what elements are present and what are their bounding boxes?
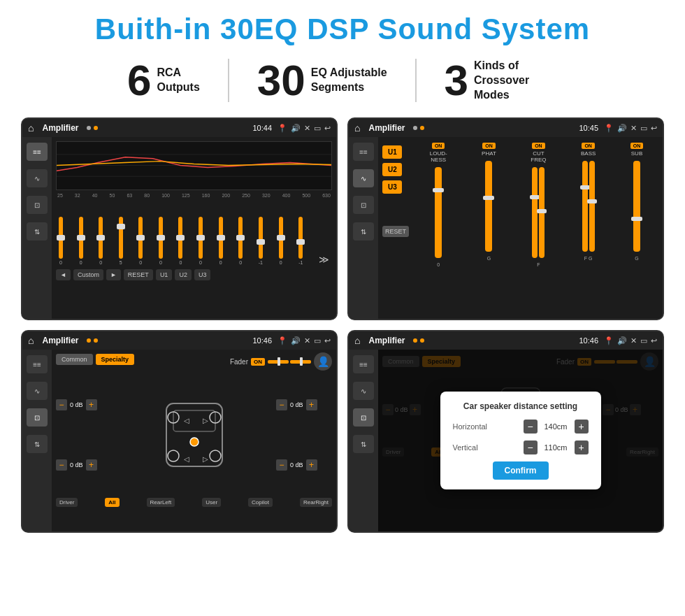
stat-rca: 6 RCAOutputs xyxy=(99,59,229,102)
stats-row: 6 RCAOutputs 30 EQ AdjustableSegments 3 … xyxy=(21,59,664,102)
eq-u1-button[interactable]: U1 xyxy=(156,269,173,280)
horizontal-label: Horizontal xyxy=(453,422,488,431)
status-dots-xover xyxy=(413,126,424,130)
db-plus-2[interactable]: + xyxy=(86,459,97,471)
vertical-label: Vertical xyxy=(453,443,478,452)
eq-slider-7[interactable]: 0 xyxy=(199,217,203,265)
dialog-side-btn-2[interactable]: ∿ xyxy=(353,382,374,400)
db-plus-1[interactable]: + xyxy=(86,399,97,410)
xover-screen-content: ≡≡ ∿ ⊡ ⇅ U1 U2 U3 RESET xyxy=(349,137,663,319)
xover-u1-btn[interactable]: U1 xyxy=(382,145,402,159)
vertical-plus-btn[interactable]: + xyxy=(575,440,589,454)
car-speaker-dialog: Car speaker distance setting Horizontal … xyxy=(378,350,663,531)
vertical-value: 110cm xyxy=(540,443,572,452)
db-plus-4[interactable]: + xyxy=(306,459,317,471)
eq-slider-0[interactable]: 0 xyxy=(59,217,63,265)
fader-side-btn-3[interactable]: ⊡ xyxy=(27,408,48,427)
eq-side-btn-1[interactable]: ≡≡ xyxy=(27,143,48,161)
eq-prev-button[interactable]: ◄ xyxy=(56,269,71,280)
xover-u3-btn[interactable]: U3 xyxy=(382,180,402,194)
fader-volume-icon: 🔊 xyxy=(291,336,301,345)
fader-copilot-btn[interactable]: Copilot xyxy=(248,498,273,507)
dialog-side-btn-3[interactable]: ⊡ xyxy=(353,408,374,427)
eq-side-btn-3[interactable]: ⊡ xyxy=(27,196,48,214)
db-minus-3[interactable]: − xyxy=(276,399,287,410)
eq-custom-button[interactable]: Custom xyxy=(73,269,103,280)
xover-side-btn-3[interactable]: ⊡ xyxy=(353,196,374,214)
fader-side-btn-1[interactable]: ≡≡ xyxy=(27,355,48,373)
xover-home-icon[interactable]: ⌂ xyxy=(354,122,360,134)
dialog-side-btn-4[interactable]: ⇅ xyxy=(353,435,374,453)
horizontal-minus-btn[interactable]: − xyxy=(524,420,538,434)
xover-dot2 xyxy=(420,126,424,130)
vertical-minus-btn[interactable]: − xyxy=(524,440,538,454)
svg-point-5 xyxy=(190,438,199,446)
eq-side-btn-2[interactable]: ∿ xyxy=(27,169,48,187)
db-minus-2[interactable]: − xyxy=(56,459,67,471)
xover-back-icon[interactable]: ↩ xyxy=(651,124,657,133)
eq-u3-button[interactable]: U3 xyxy=(194,269,211,280)
db-plus-3[interactable]: + xyxy=(306,399,317,410)
eq-slider-12[interactable]: -1 xyxy=(298,217,303,265)
fader-all-btn[interactable]: All xyxy=(105,498,119,507)
fader-driver-btn[interactable]: Driver xyxy=(56,498,78,507)
eq-next-button[interactable]: ► xyxy=(106,269,121,280)
phat-val: G xyxy=(487,256,491,261)
fader-back-icon[interactable]: ↩ xyxy=(324,336,331,345)
stat-text-rca: RCAOutputs xyxy=(157,66,199,95)
svg-text:▷: ▷ xyxy=(203,417,208,424)
db-minus-1[interactable]: − xyxy=(56,399,67,410)
confirm-button[interactable]: Confirm xyxy=(493,461,549,480)
eq-slider-3[interactable]: 5 xyxy=(119,217,123,265)
eq-slider-6[interactable]: 0 xyxy=(178,217,182,265)
sub-on-btn[interactable]: ON xyxy=(630,143,644,149)
xover-u2-btn[interactable]: U2 xyxy=(382,163,402,176)
fader-rearleft-btn[interactable]: RearLeft xyxy=(147,498,175,507)
phat-on-btn[interactable]: ON xyxy=(482,143,496,149)
home-icon[interactable]: ⌂ xyxy=(28,122,34,134)
fader-db-ctrl-2: − 0 dB + xyxy=(56,459,112,471)
dot1 xyxy=(87,126,91,130)
fader-profile-icon[interactable]: 👤 xyxy=(314,352,332,371)
eq-slider-5[interactable]: 0 xyxy=(159,217,163,265)
xover-side-panel: ≡≡ ∿ ⊡ ⇅ xyxy=(349,137,378,319)
loudness-on-btn[interactable]: ON xyxy=(432,143,445,149)
bass-on-btn[interactable]: ON xyxy=(582,143,595,149)
eq-slider-9[interactable]: 0 xyxy=(238,217,243,265)
fader-dot1 xyxy=(87,338,91,343)
xover-side-btn-2[interactable]: ∿ xyxy=(353,169,374,187)
horizontal-plus-btn[interactable]: + xyxy=(575,420,589,434)
fader-tab-specialty[interactable]: Specialty xyxy=(96,354,135,365)
fader-home-icon[interactable]: ⌂ xyxy=(28,335,34,346)
fader-user-btn[interactable]: User xyxy=(202,498,221,507)
fader-dot2 xyxy=(94,338,98,343)
xover-side-btn-1[interactable]: ≡≡ xyxy=(353,143,374,161)
xover-reset-btn[interactable]: RESET xyxy=(382,226,409,237)
fader-db-ctrl-4: − 0 dB + xyxy=(276,459,332,471)
fader-side-btn-4[interactable]: ⇅ xyxy=(27,435,48,453)
eq-more-icon[interactable]: ≫ xyxy=(319,254,329,265)
fader-rearright-btn[interactable]: RearRight xyxy=(300,498,332,507)
dialog-side-btn-1[interactable]: ≡≡ xyxy=(353,355,374,373)
eq-u2-button[interactable]: U2 xyxy=(175,269,192,280)
dialog-back-icon[interactable]: ↩ xyxy=(651,336,657,345)
db-minus-4[interactable]: − xyxy=(276,459,287,471)
dialog-home-icon[interactable]: ⌂ xyxy=(354,335,360,346)
back-icon[interactable]: ↩ xyxy=(324,124,331,133)
eq-slider-10[interactable]: -1 xyxy=(259,217,263,265)
eq-slider-4[interactable]: 0 xyxy=(138,217,143,265)
eq-slider-2[interactable]: 0 xyxy=(99,217,103,265)
eq-side-btn-4[interactable]: ⇅ xyxy=(27,222,48,241)
fader-tab-common[interactable]: Common xyxy=(56,354,93,365)
fader-db-ctrl-1: − 0 dB + xyxy=(56,399,112,410)
cutfreq-on-btn[interactable]: ON xyxy=(532,143,545,149)
fader-side-btn-2[interactable]: ∿ xyxy=(27,382,48,400)
eq-slider-1[interactable]: 0 xyxy=(79,217,83,265)
xover-location-icon: 📍 xyxy=(604,124,614,133)
xover-side-btn-4[interactable]: ⇅ xyxy=(353,222,374,241)
eq-sliders: 0 0 0 5 xyxy=(56,202,332,265)
eq-slider-8[interactable]: 0 xyxy=(219,217,223,265)
eq-slider-11[interactable]: 0 xyxy=(279,217,283,265)
eq-reset-button[interactable]: RESET xyxy=(124,269,153,280)
fader-on-btn[interactable]: ON xyxy=(251,358,265,366)
